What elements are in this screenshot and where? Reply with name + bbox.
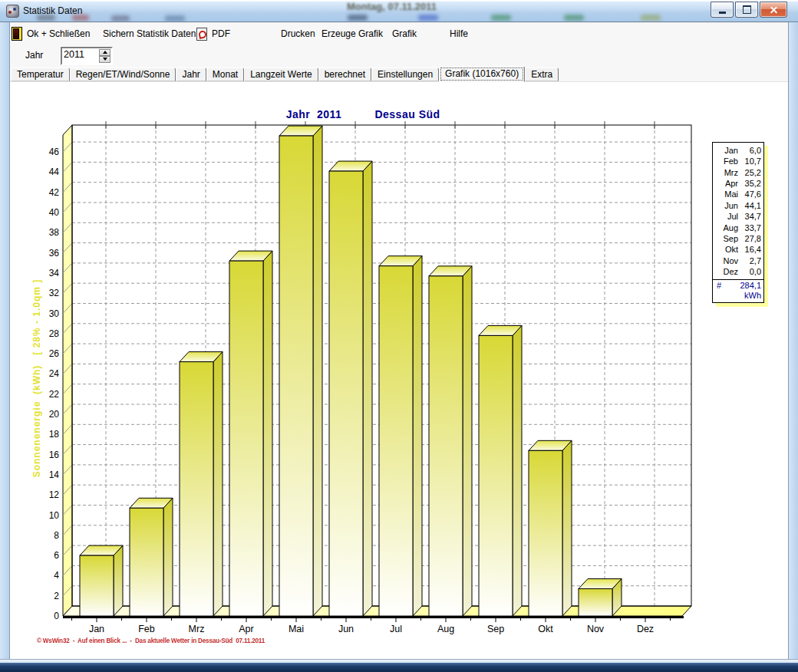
- y-tick-label-0: 0: [54, 611, 59, 621]
- y-tick-label-12: 12: [49, 489, 60, 500]
- menu-ok-close[interactable]: Ok + Schließen: [27, 28, 90, 39]
- bar-Sep: [479, 325, 522, 616]
- legend-row-jan: Jan6,0: [713, 145, 763, 156]
- tab-grafik-1016x760-[interactable]: Grafik (1016x760): [439, 66, 525, 82]
- bar-Mrz: [180, 351, 223, 615]
- titlebar[interactable]: Montag, 07.11.2011 Statistik Daten: [0, 0, 798, 22]
- legend-row-sep: Sep27,8: [713, 233, 763, 244]
- aero-reflection-blob: [418, 15, 438, 21]
- window-title: Statistik Daten: [23, 5, 82, 16]
- y-tick-label-16: 16: [49, 449, 60, 460]
- y-tick-label-4: 4: [54, 570, 59, 581]
- y-tick-label-28: 28: [49, 328, 60, 339]
- year-down-button[interactable]: [99, 56, 110, 63]
- x-tick-label-Jun: Jun: [338, 624, 354, 634]
- y-tick-label-18: 18: [49, 429, 60, 440]
- legend-row-mai: Mai47,6: [713, 189, 763, 199]
- bar-chart: JanFebMrzAprMaiJunJulAugSepOktNovDez0246…: [10, 82, 788, 659]
- legend-row-apr: Apr35,2: [713, 178, 763, 189]
- y-tick-label-22: 22: [49, 389, 60, 400]
- aero-reflection-blob: [641, 15, 661, 21]
- bar-Jun: [329, 161, 372, 616]
- tab-extra[interactable]: Extra: [525, 68, 559, 81]
- bar-Okt: [529, 440, 572, 616]
- y-tick-label-26: 26: [49, 348, 60, 359]
- tab-einstellungen[interactable]: Einstellungen: [371, 68, 439, 81]
- legend-total-symbol: #: [717, 281, 721, 291]
- year-label: Jahr: [25, 50, 43, 61]
- aero-reflection-blob: [111, 15, 130, 21]
- legend-row-jul: Jul34,7: [713, 211, 763, 222]
- x-tick-label-Okt: Okt: [538, 624, 553, 634]
- legend-total: # 284,1 kWh: [713, 279, 763, 302]
- y-tick-label-20: 20: [49, 409, 60, 420]
- exit-door-icon[interactable]: [12, 27, 22, 41]
- year-selector-row: Jahr: [10, 44, 788, 66]
- x-tick-label-Mai: Mai: [289, 624, 304, 634]
- y-tick-label-34: 34: [49, 268, 60, 278]
- background-taskbar-edge: [0, 663, 798, 672]
- menu-create-graphic[interactable]: Erzeuge Grafik: [322, 28, 383, 39]
- y-tick-label-42: 42: [49, 187, 60, 198]
- chart-title-year: Jahr 2011: [286, 108, 342, 120]
- background-window-text: Montag, 07.11.2011: [347, 1, 437, 12]
- x-tick-label-Dez: Dez: [637, 624, 654, 634]
- tab-monat[interactable]: Monat: [206, 68, 244, 81]
- y-axis-label: Sonnenenergie (kWh) [ 28% - 1.0qm ]: [31, 279, 42, 478]
- axis-wall-left: [63, 125, 72, 616]
- tab-temperatur[interactable]: Temperatur: [11, 68, 70, 81]
- tab-strip: TemperaturRegen/ET/Wind/SonneJahrMonatLa…: [10, 66, 788, 82]
- tab-langzeit-werte[interactable]: Langzeit Werte: [244, 68, 318, 81]
- app-icon[interactable]: [6, 5, 19, 18]
- tab-berechnet[interactable]: berechnet: [318, 68, 371, 81]
- legend-row-okt: Okt16,4: [713, 244, 763, 255]
- minimize-button[interactable]: [711, 2, 734, 18]
- x-tick-label-Apr: Apr: [239, 624, 253, 634]
- legend-row-dez: Dez0,0: [713, 266, 763, 277]
- year-spin-buttons: [99, 49, 110, 63]
- x-tick-label-Nov: Nov: [587, 624, 605, 634]
- legend-month-values: Jan6,0Feb10,7Mrz25,2Apr35,2Mai47,6Jun44,…: [713, 143, 763, 279]
- year-up-button[interactable]: [99, 49, 110, 56]
- pdf-icon[interactable]: [196, 28, 207, 41]
- bar-Mai: [279, 126, 322, 616]
- bar-Jan: [80, 545, 123, 616]
- y-tick-label-46: 46: [49, 147, 60, 157]
- legend-row-jun: Jun44,1: [713, 200, 763, 211]
- aero-reflection-blob: [348, 15, 368, 21]
- window-controls: [711, 2, 787, 18]
- window-border-right: [788, 22, 798, 659]
- minimize-icon: [719, 12, 726, 14]
- legend-unit: kWh: [717, 291, 761, 301]
- aero-reflection-blob: [564, 15, 584, 21]
- close-button[interactable]: [760, 2, 787, 18]
- y-tick-label-14: 14: [49, 469, 60, 480]
- menu-graphic[interactable]: Grafik: [392, 28, 417, 39]
- y-tick-label-24: 24: [49, 368, 60, 379]
- tab-jahr[interactable]: Jahr: [176, 68, 206, 81]
- close-icon: [770, 5, 778, 14]
- menu-pdf[interactable]: PDF: [212, 28, 230, 39]
- y-tick-label-44: 44: [49, 166, 60, 177]
- menu-help[interactable]: Hilfe: [450, 28, 468, 39]
- x-tick-label-Jul: Jul: [390, 624, 402, 634]
- x-tick-label-Mrz: Mrz: [189, 624, 205, 634]
- legend-total-value: 284,1: [740, 281, 761, 291]
- x-tick-label-Sep: Sep: [487, 624, 504, 634]
- chart-client-area: Jahr 2011 Dessau Süd Sonnenenergie (kWh)…: [10, 82, 788, 659]
- bar-Jul: [379, 256, 422, 616]
- x-tick-label-Jan: Jan: [89, 624, 104, 634]
- bar-Aug: [429, 266, 472, 616]
- legend-row-mrz: Mrz25,2: [713, 167, 763, 178]
- maximize-button[interactable]: [735, 2, 758, 18]
- legend-row-aug: Aug33,7: [713, 222, 763, 233]
- y-tick-label-10: 10: [49, 509, 60, 520]
- year-input[interactable]: [64, 49, 93, 60]
- menu-print[interactable]: Drucken: [281, 28, 315, 39]
- menu-save-statistics[interactable]: Sichern Statistik Daten: [103, 28, 196, 39]
- maximize-icon: [743, 5, 751, 14]
- y-tick-label-40: 40: [49, 207, 60, 218]
- tab-regen-et-wind-sonne[interactable]: Regen/ET/Wind/Sonne: [70, 68, 176, 81]
- y-tick-label-2: 2: [54, 591, 59, 601]
- chart-title-location: Dessau Süd: [374, 108, 440, 120]
